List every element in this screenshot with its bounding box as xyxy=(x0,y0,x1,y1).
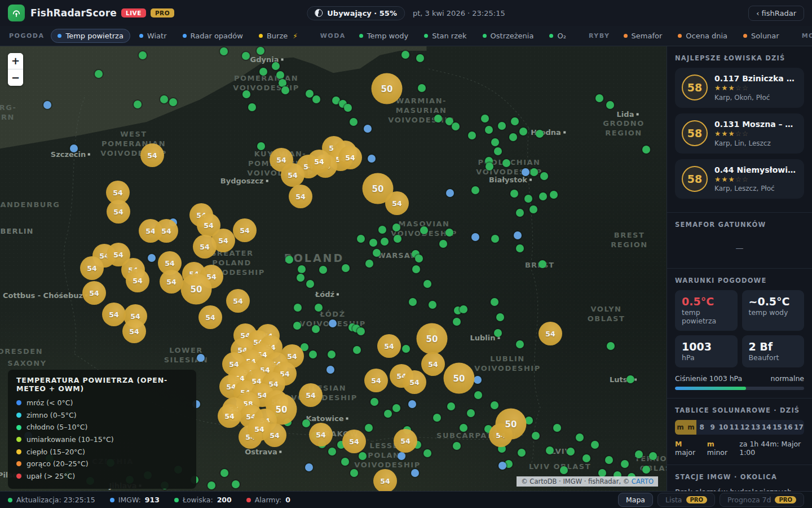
station-dot-green[interactable] xyxy=(357,327,365,335)
station-dot-green[interactable] xyxy=(576,433,584,441)
spot-score-marker[interactable]: 54 xyxy=(403,370,426,394)
spot-score-marker[interactable]: 54 xyxy=(338,146,362,169)
spot-score-marker[interactable]: 54 xyxy=(218,404,241,428)
station-dot-green[interactable] xyxy=(509,133,517,141)
station-dot-green[interactable] xyxy=(279,79,286,87)
station-dot-green[interactable] xyxy=(516,244,524,252)
station-dot-green[interactable] xyxy=(439,240,447,248)
spot-score-marker[interactable]: 54 xyxy=(82,281,106,305)
station-dot-blue[interactable] xyxy=(326,366,334,374)
station-dot-green[interactable] xyxy=(642,146,650,154)
station-dot-green[interactable] xyxy=(370,398,378,406)
station-dot-green[interactable] xyxy=(491,298,498,306)
station-dot-green[interactable] xyxy=(550,191,558,199)
spot-score-marker[interactable]: 54 xyxy=(80,256,104,280)
spot-score-marker[interactable]: 50 xyxy=(417,323,448,354)
station-dot-green[interactable] xyxy=(302,419,310,427)
station-dot-green[interactable] xyxy=(649,452,657,460)
station-dot-green[interactable] xyxy=(471,186,479,194)
station-dot-green[interactable] xyxy=(312,95,320,103)
station-dot-green[interactable] xyxy=(232,480,240,488)
station-dot-green[interactable] xyxy=(635,450,643,458)
station-dot-green[interactable] xyxy=(519,128,527,135)
station-dot-green[interactable] xyxy=(423,449,431,457)
station-dot-green[interactable] xyxy=(315,304,323,312)
station-dot-blue[interactable] xyxy=(408,400,416,408)
station-dot-blue[interactable] xyxy=(522,168,529,176)
view-button-lista[interactable]: ListaPRO xyxy=(657,493,715,507)
station-dot-green[interactable] xyxy=(516,209,524,217)
station-dot-green[interactable] xyxy=(402,345,410,353)
station-dot-green[interactable] xyxy=(160,95,168,103)
station-dot-blue[interactable] xyxy=(364,125,372,133)
view-button-prognoza-7d[interactable]: Prognoza 7dPRO xyxy=(720,493,804,507)
station-dot-green[interactable] xyxy=(350,118,358,126)
station-dot-green[interactable] xyxy=(540,172,548,180)
station-dot-green[interactable] xyxy=(257,47,264,55)
station-dot-green[interactable] xyxy=(328,351,336,358)
station-dot-green[interactable] xyxy=(502,159,510,167)
station-dot-green[interactable] xyxy=(433,414,441,422)
station-dot-green[interactable] xyxy=(350,469,358,477)
station-dot-green[interactable] xyxy=(208,481,215,489)
station-dot-green[interactable] xyxy=(415,255,423,262)
station-dot-green[interactable] xyxy=(276,71,284,79)
station-dot-green[interactable] xyxy=(546,446,554,454)
station-dot-green[interactable] xyxy=(378,226,386,234)
station-dot-green[interactable] xyxy=(524,195,532,203)
spot-score-marker[interactable]: 54 xyxy=(102,303,126,326)
station-dot-green[interactable] xyxy=(539,192,547,200)
station-dot-green[interactable] xyxy=(294,304,302,312)
station-dot-green[interactable] xyxy=(491,401,498,409)
spot-score-marker[interactable]: 54 xyxy=(160,270,183,294)
spot-score-marker[interactable]: 54 xyxy=(198,305,222,329)
nav-item-wiatr[interactable]: Wiatr xyxy=(133,29,174,43)
station-dot-green[interactable] xyxy=(139,51,147,59)
carto-link[interactable]: CARTO xyxy=(632,478,654,485)
station-dot-green[interactable] xyxy=(134,100,142,108)
station-dot-green[interactable] xyxy=(359,452,367,460)
station-dot-green[interactable] xyxy=(297,274,304,282)
station-dot-green[interactable] xyxy=(412,265,420,273)
station-dot-green[interactable] xyxy=(220,469,228,477)
station-dot-green[interactable] xyxy=(491,138,499,146)
spot-score-marker[interactable]: 54 xyxy=(394,429,417,453)
station-dot-green[interactable] xyxy=(357,235,365,243)
station-dot-green[interactable] xyxy=(373,249,381,257)
station-dot-green[interactable] xyxy=(394,235,401,243)
spot-score-marker[interactable]: 54 xyxy=(122,319,146,343)
moon-phase-pill[interactable]: Ubywający · 55% xyxy=(307,6,405,20)
station-dot-green[interactable] xyxy=(418,84,426,92)
spot-score-marker[interactable]: 50 xyxy=(181,274,212,305)
station-dot-green[interactable] xyxy=(328,448,336,456)
station-dot-green[interactable] xyxy=(453,318,461,326)
station-dot-green[interactable] xyxy=(369,239,377,247)
spot-score-marker[interactable]: 54 xyxy=(309,423,333,446)
station-dot-green[interactable] xyxy=(494,147,502,155)
zoom-in-button[interactable]: + xyxy=(8,53,23,69)
nav-item-temp-powietrza[interactable]: Temp powietrza xyxy=(51,29,130,43)
spot-score-marker[interactable]: 50 xyxy=(372,73,403,104)
station-dot-green[interactable] xyxy=(474,391,482,399)
station-dot-blue[interactable] xyxy=(70,144,78,152)
station-dot-green[interactable] xyxy=(452,122,460,130)
spot-score-marker[interactable]: 54 xyxy=(289,185,312,208)
spot-score-marker[interactable]: 54 xyxy=(373,469,397,491)
station-dot-green[interactable] xyxy=(605,456,613,464)
station-dot-green[interactable] xyxy=(606,101,614,109)
zoom-out-button[interactable]: − xyxy=(8,69,23,86)
station-dot-green[interactable] xyxy=(95,70,103,78)
station-dot-green[interactable] xyxy=(621,460,629,468)
station-dot-blue[interactable] xyxy=(411,469,419,477)
spot-score-marker[interactable]: 54 xyxy=(539,322,562,345)
spot-score-marker[interactable]: 54 xyxy=(270,148,293,172)
station-dot-green[interactable] xyxy=(598,469,606,477)
station-dot-green[interactable] xyxy=(319,266,327,274)
station-dot-green[interactable] xyxy=(529,205,537,213)
station-dot-green[interactable] xyxy=(486,163,493,170)
station-dot-green[interactable] xyxy=(306,90,314,98)
station-dot-blue[interactable] xyxy=(329,319,337,327)
station-dot-green[interactable] xyxy=(257,142,265,150)
spot-score-marker[interactable]: 54 xyxy=(307,150,331,173)
station-dot-green[interactable] xyxy=(242,52,250,60)
